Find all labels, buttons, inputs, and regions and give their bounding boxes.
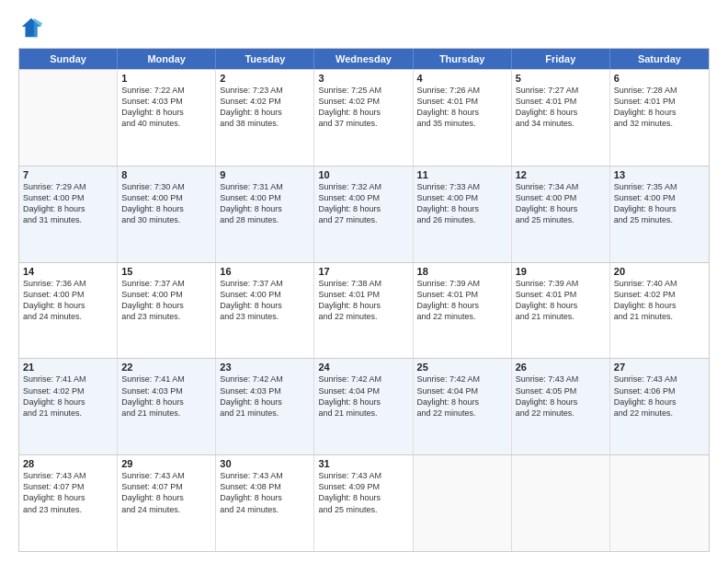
- calendar-cell: 1Sunrise: 7:22 AM Sunset: 4:03 PM Daylig…: [118, 70, 216, 166]
- calendar-cell: 10Sunrise: 7:32 AM Sunset: 4:00 PM Dayli…: [314, 167, 413, 262]
- calendar-cell: [19, 70, 118, 166]
- day-info: Sunrise: 7:37 AM Sunset: 4:00 PM Dayligh…: [220, 278, 310, 323]
- weekday-header: Thursday: [414, 49, 512, 69]
- day-number: 7: [23, 169, 113, 180]
- calendar-row: 28Sunrise: 7:43 AM Sunset: 4:07 PM Dayli…: [19, 454, 709, 551]
- logo: [18, 15, 48, 40]
- calendar-cell: 25Sunrise: 7:42 AM Sunset: 4:04 PM Dayli…: [414, 359, 512, 454]
- day-info: Sunrise: 7:43 AM Sunset: 4:09 PM Dayligh…: [318, 470, 408, 515]
- calendar-cell: 29Sunrise: 7:43 AM Sunset: 4:07 PM Dayli…: [118, 455, 216, 551]
- weekday-header: Sunday: [19, 49, 118, 69]
- calendar-cell: 6Sunrise: 7:28 AM Sunset: 4:01 PM Daylig…: [610, 70, 709, 166]
- day-info: Sunrise: 7:25 AM Sunset: 4:02 PM Dayligh…: [318, 85, 408, 130]
- day-info: Sunrise: 7:34 AM Sunset: 4:00 PM Dayligh…: [516, 181, 606, 226]
- weekday-header: Friday: [512, 49, 610, 69]
- day-info: Sunrise: 7:43 AM Sunset: 4:06 PM Dayligh…: [614, 373, 705, 419]
- calendar-row: 14Sunrise: 7:36 AM Sunset: 4:00 PM Dayli…: [19, 262, 709, 359]
- day-info: Sunrise: 7:27 AM Sunset: 4:01 PM Dayligh…: [516, 85, 606, 130]
- page: SundayMondayTuesdayWednesdayThursdayFrid…: [0, 0, 728, 563]
- day-info: Sunrise: 7:36 AM Sunset: 4:00 PM Dayligh…: [23, 278, 113, 323]
- day-info: Sunrise: 7:23 AM Sunset: 4:02 PM Dayligh…: [220, 85, 310, 130]
- day-number: 3: [318, 73, 408, 84]
- day-number: 6: [614, 73, 705, 84]
- weekday-header: Wednesday: [314, 49, 413, 69]
- day-number: 2: [220, 73, 310, 84]
- day-number: 11: [417, 169, 507, 180]
- day-info: Sunrise: 7:43 AM Sunset: 4:08 PM Dayligh…: [220, 470, 310, 515]
- day-number: 19: [516, 266, 606, 277]
- day-number: 26: [516, 362, 606, 373]
- day-info: Sunrise: 7:31 AM Sunset: 4:00 PM Dayligh…: [220, 181, 310, 226]
- calendar-cell: 15Sunrise: 7:37 AM Sunset: 4:00 PM Dayli…: [118, 263, 216, 359]
- day-number: 29: [121, 458, 211, 469]
- day-info: Sunrise: 7:43 AM Sunset: 4:07 PM Dayligh…: [121, 470, 211, 515]
- day-number: 9: [220, 169, 310, 180]
- day-number: 24: [318, 362, 408, 373]
- logo-icon: [18, 15, 44, 40]
- day-number: 4: [417, 73, 507, 84]
- day-info: Sunrise: 7:41 AM Sunset: 4:02 PM Dayligh…: [23, 373, 113, 419]
- calendar-cell: 17Sunrise: 7:38 AM Sunset: 4:01 PM Dayli…: [314, 263, 413, 359]
- day-info: Sunrise: 7:29 AM Sunset: 4:00 PM Dayligh…: [23, 181, 113, 226]
- day-number: 12: [516, 169, 606, 180]
- day-info: Sunrise: 7:41 AM Sunset: 4:03 PM Dayligh…: [121, 373, 211, 419]
- day-info: Sunrise: 7:28 AM Sunset: 4:01 PM Dayligh…: [614, 85, 705, 130]
- weekday-header: Monday: [118, 49, 216, 69]
- weekday-header: Tuesday: [216, 49, 314, 69]
- day-info: Sunrise: 7:43 AM Sunset: 4:05 PM Dayligh…: [516, 373, 606, 419]
- calendar-cell: 5Sunrise: 7:27 AM Sunset: 4:01 PM Daylig…: [512, 70, 610, 166]
- day-number: 27: [614, 362, 705, 373]
- day-number: 13: [614, 169, 705, 180]
- calendar-cell: 11Sunrise: 7:33 AM Sunset: 4:00 PM Dayli…: [414, 167, 512, 262]
- day-number: 16: [220, 266, 310, 277]
- day-info: Sunrise: 7:32 AM Sunset: 4:00 PM Dayligh…: [318, 181, 408, 226]
- day-number: 14: [23, 266, 113, 277]
- day-info: Sunrise: 7:33 AM Sunset: 4:00 PM Dayligh…: [417, 181, 507, 226]
- calendar-cell: 28Sunrise: 7:43 AM Sunset: 4:07 PM Dayli…: [19, 455, 118, 551]
- day-number: 5: [516, 73, 606, 84]
- calendar-cell: 12Sunrise: 7:34 AM Sunset: 4:00 PM Dayli…: [512, 167, 610, 262]
- day-info: Sunrise: 7:38 AM Sunset: 4:01 PM Dayligh…: [318, 278, 408, 323]
- day-number: 15: [121, 266, 211, 277]
- calendar-row: 21Sunrise: 7:41 AM Sunset: 4:02 PM Dayli…: [19, 358, 709, 454]
- calendar-cell: 26Sunrise: 7:43 AM Sunset: 4:05 PM Dayli…: [512, 359, 610, 454]
- day-number: 18: [417, 266, 507, 277]
- calendar-cell: 4Sunrise: 7:26 AM Sunset: 4:01 PM Daylig…: [414, 70, 512, 166]
- calendar-cell: 31Sunrise: 7:43 AM Sunset: 4:09 PM Dayli…: [314, 455, 413, 551]
- day-info: Sunrise: 7:35 AM Sunset: 4:00 PM Dayligh…: [614, 181, 705, 226]
- calendar-cell: 22Sunrise: 7:41 AM Sunset: 4:03 PM Dayli…: [118, 359, 216, 454]
- day-info: Sunrise: 7:43 AM Sunset: 4:07 PM Dayligh…: [23, 470, 113, 515]
- calendar-cell: 18Sunrise: 7:39 AM Sunset: 4:01 PM Dayli…: [414, 263, 512, 359]
- weekday-header: Saturday: [610, 49, 709, 69]
- day-info: Sunrise: 7:37 AM Sunset: 4:00 PM Dayligh…: [121, 278, 211, 323]
- calendar-cell: 3Sunrise: 7:25 AM Sunset: 4:02 PM Daylig…: [314, 70, 413, 166]
- calendar-cell: 27Sunrise: 7:43 AM Sunset: 4:06 PM Dayli…: [610, 359, 709, 454]
- day-number: 31: [318, 458, 408, 469]
- day-number: 10: [318, 169, 408, 180]
- calendar-cell: 19Sunrise: 7:39 AM Sunset: 4:01 PM Dayli…: [512, 263, 610, 359]
- calendar-cell: 2Sunrise: 7:23 AM Sunset: 4:02 PM Daylig…: [216, 70, 314, 166]
- day-number: 1: [121, 73, 211, 84]
- day-number: 21: [23, 362, 113, 373]
- calendar-row: 1Sunrise: 7:22 AM Sunset: 4:03 PM Daylig…: [19, 69, 709, 166]
- calendar-body: 1Sunrise: 7:22 AM Sunset: 4:03 PM Daylig…: [19, 69, 709, 551]
- day-number: 17: [318, 266, 408, 277]
- calendar-cell: [610, 455, 709, 551]
- calendar-cell: 16Sunrise: 7:37 AM Sunset: 4:00 PM Dayli…: [216, 263, 314, 359]
- calendar-cell: 20Sunrise: 7:40 AM Sunset: 4:02 PM Dayli…: [610, 263, 709, 359]
- day-number: 23: [220, 362, 310, 373]
- calendar-header: SundayMondayTuesdayWednesdayThursdayFrid…: [19, 49, 709, 69]
- header: [18, 15, 710, 40]
- calendar-cell: 14Sunrise: 7:36 AM Sunset: 4:00 PM Dayli…: [19, 263, 118, 359]
- day-info: Sunrise: 7:39 AM Sunset: 4:01 PM Dayligh…: [417, 278, 507, 323]
- day-number: 30: [220, 458, 310, 469]
- calendar-cell: 8Sunrise: 7:30 AM Sunset: 4:00 PM Daylig…: [118, 167, 216, 262]
- svg-marker-1: [34, 18, 42, 38]
- calendar-cell: 30Sunrise: 7:43 AM Sunset: 4:08 PM Dayli…: [216, 455, 314, 551]
- day-info: Sunrise: 7:22 AM Sunset: 4:03 PM Dayligh…: [121, 85, 211, 130]
- calendar-cell: 13Sunrise: 7:35 AM Sunset: 4:00 PM Dayli…: [610, 167, 709, 262]
- calendar-row: 7Sunrise: 7:29 AM Sunset: 4:00 PM Daylig…: [19, 166, 709, 262]
- day-number: 28: [23, 458, 113, 469]
- day-info: Sunrise: 7:40 AM Sunset: 4:02 PM Dayligh…: [614, 278, 705, 323]
- calendar-cell: 24Sunrise: 7:42 AM Sunset: 4:04 PM Dayli…: [314, 359, 413, 454]
